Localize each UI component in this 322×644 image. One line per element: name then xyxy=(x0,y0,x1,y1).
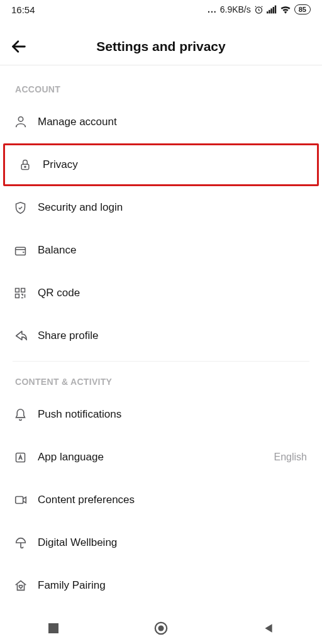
wallet-icon xyxy=(10,244,38,257)
status-net-speed: 6.9KB/s xyxy=(220,4,251,14)
status-bar: 16:54 ... 6.9KB/s 85 xyxy=(0,0,322,19)
row-value: English xyxy=(274,452,312,463)
home-heart-icon xyxy=(10,579,38,592)
row-push-notifications[interactable]: Push notifications xyxy=(0,393,322,436)
header-divider xyxy=(0,65,322,65)
svg-rect-5 xyxy=(275,6,276,14)
triangle-left-icon xyxy=(263,623,274,634)
row-label: Privacy xyxy=(43,158,78,171)
svg-rect-15 xyxy=(48,623,58,633)
signal-icon xyxy=(267,5,277,14)
section-label-content: CONTENT & ACTIVITY xyxy=(0,362,322,393)
row-app-language[interactable]: App language English xyxy=(0,436,322,479)
bell-icon xyxy=(10,408,38,421)
lock-icon xyxy=(15,158,43,171)
status-time: 16:54 xyxy=(11,4,35,15)
row-label: Family Pairing xyxy=(38,579,106,592)
row-share-profile[interactable]: Share profile xyxy=(0,314,322,357)
person-icon xyxy=(10,115,38,129)
row-label: Manage account xyxy=(38,116,117,128)
row-label: Digital Wellbeing xyxy=(38,536,117,549)
row-label: Content preferences xyxy=(38,494,135,506)
app-header: Settings and privacy xyxy=(0,29,322,64)
share-icon xyxy=(10,329,38,343)
qr-icon xyxy=(10,287,38,299)
svg-rect-2 xyxy=(269,10,270,14)
video-icon xyxy=(10,493,38,507)
language-icon xyxy=(10,451,38,464)
android-nav-bar xyxy=(0,613,322,644)
row-label: QR code xyxy=(38,287,80,299)
wifi-icon xyxy=(280,5,291,14)
nav-home-button[interactable] xyxy=(136,621,186,635)
nav-back-button[interactable] xyxy=(243,623,294,634)
page-title: Settings and privacy xyxy=(0,39,322,54)
row-label: Security and login xyxy=(38,201,123,214)
svg-rect-10 xyxy=(16,289,19,292)
alarm-icon xyxy=(254,5,264,14)
row-manage-account[interactable]: Manage account xyxy=(0,101,322,143)
svg-rect-11 xyxy=(21,289,25,292)
row-label: Push notifications xyxy=(38,408,121,421)
square-icon xyxy=(48,623,58,633)
shield-icon xyxy=(10,201,38,214)
row-content-preferences[interactable]: Content preferences xyxy=(0,479,322,521)
nav-recent-button[interactable] xyxy=(28,623,79,633)
svg-rect-1 xyxy=(267,11,268,13)
row-label: Share profile xyxy=(38,330,98,342)
svg-rect-14 xyxy=(16,497,23,504)
row-digital-wellbeing[interactable]: Digital Wellbeing xyxy=(0,521,322,564)
svg-rect-9 xyxy=(16,247,26,255)
row-label: Balance xyxy=(38,244,76,257)
status-right: ... 6.9KB/s 85 xyxy=(208,4,311,14)
settings-list: ACCOUNT Manage account Privacy Security … xyxy=(0,69,322,613)
row-balance[interactable]: Balance xyxy=(0,229,322,272)
svg-point-17 xyxy=(158,625,164,631)
row-security[interactable]: Security and login xyxy=(0,186,322,229)
circle-icon xyxy=(154,621,168,635)
umbrella-icon xyxy=(10,536,38,550)
svg-rect-3 xyxy=(270,8,272,13)
section-label-account: ACCOUNT xyxy=(0,69,322,101)
svg-point-6 xyxy=(18,117,23,121)
row-qr-code[interactable]: QR code xyxy=(0,272,322,314)
row-privacy[interactable]: Privacy xyxy=(3,143,319,186)
svg-rect-4 xyxy=(272,7,274,13)
row-family-pairing[interactable]: Family Pairing xyxy=(0,564,322,607)
battery-icon: 85 xyxy=(294,4,311,14)
row-label: App language xyxy=(38,451,104,464)
svg-rect-12 xyxy=(16,294,19,298)
svg-point-8 xyxy=(25,166,26,167)
